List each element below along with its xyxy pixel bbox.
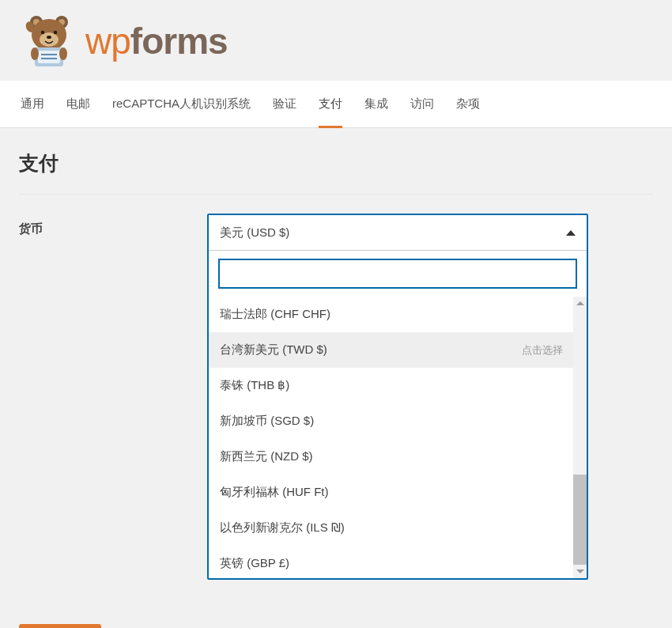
currency-selected-text: 美元 (USD $): [220, 225, 289, 240]
tab-recaptcha[interactable]: reCAPTCHA人机识别系统: [101, 81, 262, 127]
header-logo: wpforms: [0, 0, 672, 81]
option-ils[interactable]: 以色列新谢克尔 (ILS ₪): [209, 510, 574, 546]
svg-point-7: [54, 31, 57, 34]
scrollbar-thumb[interactable]: [573, 475, 587, 565]
option-label: 英镑 (GBP £): [220, 556, 289, 571]
option-twd[interactable]: 台湾新美元 (TWD $) 点击选择: [209, 332, 574, 368]
option-sgd[interactable]: 新加坡币 (SGD $): [209, 403, 574, 439]
scrollbar[interactable]: [573, 297, 587, 578]
option-gbp[interactable]: 英镑 (GBP £): [209, 546, 574, 578]
option-label: 台湾新美元 (TWD $): [220, 342, 327, 358]
tab-integrations[interactable]: 集成: [353, 81, 399, 127]
save-row: 保持设置: [19, 624, 653, 628]
tab-access[interactable]: 访问: [399, 81, 445, 127]
tab-payments[interactable]: 支付: [308, 81, 353, 127]
option-chf[interactable]: 瑞士法郎 (CHF CHF): [209, 297, 574, 332]
tab-general[interactable]: 通用: [9, 81, 55, 127]
content: 支付 货币 美元 (USD $) 瑞士法郎 (CHF CHF) 台湾新美元 (T…: [0, 128, 672, 628]
svg-point-6: [41, 31, 44, 34]
svg-point-14: [31, 47, 39, 60]
option-label: 匈牙利福林 (HUF Ft): [220, 485, 328, 500]
option-nzd[interactable]: 新西兰元 (NZD $): [209, 439, 574, 475]
chevron-up-icon: [576, 301, 584, 305]
option-label: 瑞士法郎 (CHF CHF): [220, 307, 330, 322]
scrollbar-down-button[interactable]: [573, 565, 587, 578]
option-huf[interactable]: 匈牙利福林 (HUF Ft): [209, 475, 574, 510]
currency-selected[interactable]: 美元 (USD $): [209, 215, 587, 250]
scrollbar-up-button[interactable]: [573, 297, 587, 310]
option-label: 泰铢 (THB ฿): [220, 378, 289, 393]
brand-wp: wp: [85, 23, 130, 59]
chevron-down-icon: [576, 569, 584, 573]
caret-up-icon: [566, 230, 576, 236]
save-button[interactable]: 保持设置: [19, 624, 101, 628]
option-label: 以色列新谢克尔 (ILS ₪): [220, 520, 345, 535]
currency-options[interactable]: 瑞士法郎 (CHF CHF) 台湾新美元 (TWD $) 点击选择 泰铢 (TH…: [209, 297, 587, 578]
currency-control: 美元 (USD $) 瑞士法郎 (CHF CHF) 台湾新美元 (TWD $) …: [207, 214, 653, 580]
svg-point-8: [47, 36, 51, 39]
svg-rect-11: [38, 51, 60, 63]
currency-options-wrap: 瑞士法郎 (CHF CHF) 台湾新美元 (TWD $) 点击选择 泰铢 (TH…: [209, 297, 587, 578]
wpforms-bear-icon: [21, 13, 77, 70]
brand-forms: forms: [130, 23, 228, 59]
tab-misc[interactable]: 杂项: [445, 81, 491, 127]
currency-label: 货币: [19, 214, 207, 236]
option-thb[interactable]: 泰铢 (THB ฿): [209, 368, 574, 403]
svg-point-5: [40, 32, 59, 47]
tab-validation[interactable]: 验证: [262, 81, 308, 127]
brand-logo: wpforms: [21, 13, 656, 70]
tab-email[interactable]: 电邮: [55, 81, 101, 127]
currency-search-input[interactable]: [218, 259, 577, 289]
tabs: 通用 电邮 reCAPTCHA人机识别系统 验证 支付 集成 访问 杂项: [0, 81, 672, 128]
currency-select[interactable]: 美元 (USD $) 瑞士法郎 (CHF CHF) 台湾新美元 (TWD $) …: [207, 214, 588, 580]
svg-point-15: [59, 47, 67, 60]
currency-search-wrap: [209, 250, 587, 297]
brand-text: wpforms: [85, 23, 228, 59]
page-title: 支付: [19, 150, 653, 195]
option-label: 新西兰元 (NZD $): [220, 449, 313, 464]
option-hover-hint: 点击选择: [522, 343, 563, 358]
option-label: 新加坡币 (SGD $): [220, 414, 314, 429]
field-row-currency: 货币 美元 (USD $) 瑞士法郎 (CHF CHF) 台湾新美元 (TWD …: [19, 195, 653, 580]
